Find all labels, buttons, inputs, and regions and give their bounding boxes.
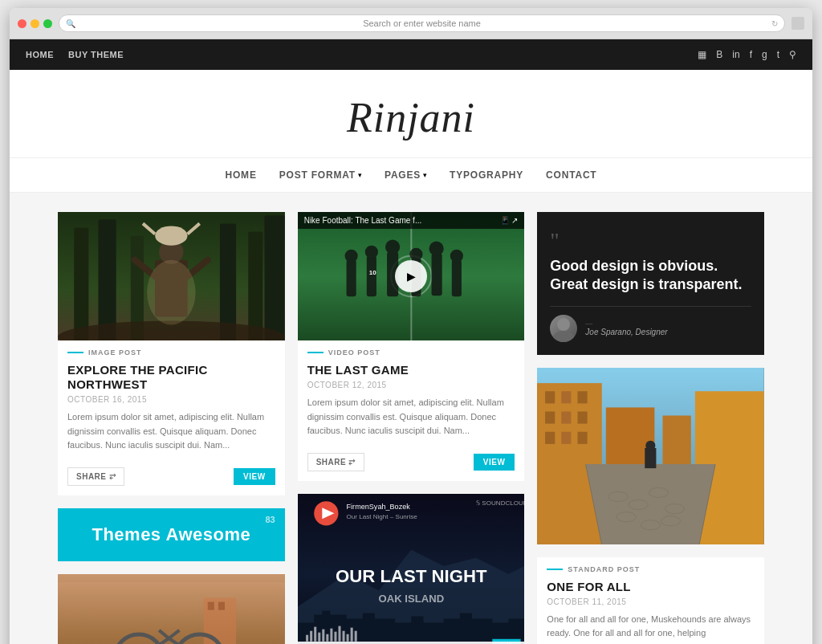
video-post-actions: SHARE ⥂ VIEW (298, 446, 525, 481)
svg-point-64 (557, 318, 570, 331)
svg-rect-53 (350, 627, 352, 641)
browser-chrome: 🔍 Search or enter website name ↻ (10, 8, 812, 39)
svg-rect-75 (545, 431, 555, 443)
one-for-all-date: OCTOBER 11, 2015 (537, 596, 764, 613)
twitter-icon[interactable]: t (777, 49, 779, 60)
video-post-excerpt: Lorem ipsum dolor sit amet, adipiscing e… (298, 396, 525, 446)
post-type: IMAGE POST (58, 340, 285, 360)
minimize-button[interactable] (31, 19, 39, 28)
svg-point-88 (646, 441, 656, 450)
svg-rect-49 (334, 631, 336, 641)
behance-icon[interactable]: B (716, 49, 722, 60)
svg-rect-44 (314, 626, 316, 641)
svg-rect-73 (562, 411, 572, 423)
svg-point-10 (155, 226, 187, 245)
svg-rect-50 (338, 626, 340, 641)
search-icon: 🔍 (66, 19, 75, 28)
video-view-button[interactable]: VIEW (474, 454, 515, 471)
svg-rect-74 (578, 411, 588, 423)
svg-rect-69 (545, 391, 555, 403)
svg-rect-77 (578, 431, 588, 443)
svg-rect-51 (342, 630, 344, 641)
column-2: 10 Nike Football: The Last Game f... 📱 ↗… (298, 212, 525, 644)
instagram-icon[interactable]: ▦ (698, 49, 706, 60)
top-navigation: HOME BUY THEME ▦ B in f g t ⚲ (10, 39, 812, 70)
author-info: — Joe Sparano, Designer (585, 320, 667, 336)
image-post-card: IMAGE POST EXPLORE THE PACIFIC NORTHWEST… (58, 212, 285, 495)
post-title: EXPLORE THE PACIFIC NORTHWEST (58, 360, 285, 393)
quote-card: " Good design is obvious. Great design i… (537, 212, 764, 355)
audio-thumbnail: OUR LAST NIGHT OAK ISLAND FirmenSyah_Boz… (298, 494, 525, 644)
posts-columns: IMAGE POST EXPLORE THE PACIFIC NORTHWEST… (58, 212, 764, 644)
author-avatar (550, 315, 577, 342)
maximize-button[interactable] (43, 19, 52, 28)
svg-rect-6 (264, 215, 284, 340)
standard-post-type-2: STANDARD POST (537, 557, 764, 577)
svg-point-11 (147, 260, 196, 325)
linkedin-icon[interactable]: in (732, 49, 739, 60)
play-button[interactable]: ▶ (395, 260, 427, 292)
top-nav-links: HOME BUY THEME (26, 50, 124, 59)
nav-home-link[interactable]: HOME (26, 50, 54, 59)
social-links: ▦ B in f g t ⚲ (698, 49, 796, 60)
content-area: IMAGE POST EXPLORE THE PACIFIC NORTHWEST… (10, 193, 812, 644)
address-bar[interactable]: 🔍 Search or enter website name ↻ (59, 14, 785, 32)
traffic-lights (18, 19, 52, 28)
address-text: Search or enter website name (363, 18, 481, 28)
svg-text:OUR LAST NIGHT: OUR LAST NIGHT (336, 566, 487, 586)
svg-rect-47 (326, 634, 328, 641)
svg-rect-71 (578, 391, 588, 403)
standard-post-card: STANDARD POST STANDARD POST WITH IMAGE J… (58, 574, 285, 644)
svg-rect-52 (346, 634, 348, 641)
column-1: IMAGE POST EXPLORE THE PACIFIC NORTHWEST… (58, 212, 285, 644)
street-photo-card (537, 368, 764, 544)
site-logo[interactable]: Rinjani (26, 94, 796, 141)
promo-text: Themes Awesome (74, 524, 269, 545)
video-post-title: THE LAST GAME (298, 360, 525, 379)
svg-text:Our Last Night – Sunrise: Our Last Night – Sunrise (346, 513, 417, 520)
main-nav-contact[interactable]: CONTACT (546, 169, 596, 181)
main-nav-typography[interactable]: TYPOGRAPHY (450, 169, 523, 181)
main-nav-home[interactable]: HOME (226, 169, 257, 181)
svg-text:OAK ISLAND: OAK ISLAND (378, 593, 444, 605)
view-button[interactable]: VIEW (234, 468, 275, 485)
post-actions: SHARE ⥂ VIEW (58, 461, 285, 495)
svg-rect-45 (318, 632, 320, 641)
post-image (58, 212, 285, 340)
svg-rect-20 (218, 601, 225, 609)
main-nav-post-format[interactable]: POST FORMAT ▾ (279, 169, 362, 181)
svg-rect-2 (98, 219, 116, 340)
main-navigation: HOME POST FORMAT ▾ PAGES ▾ TYPOGRAPHY CO… (10, 158, 812, 193)
svg-text:𝕊 SOUNDCLOUD: 𝕊 SOUNDCLOUD (476, 499, 525, 507)
site-header: Rinjani (10, 70, 812, 158)
one-for-all-title: ONE FOR ALL (537, 577, 764, 596)
main-nav-pages[interactable]: PAGES ▾ (385, 169, 427, 181)
close-button[interactable] (18, 19, 26, 28)
post-date: OCTOBER 16, 2015 (58, 393, 285, 410)
nav-buy-theme-link[interactable]: BUY THEME (68, 50, 124, 59)
reload-icon: ↻ (771, 19, 778, 28)
svg-rect-67 (537, 383, 602, 544)
promo-card[interactable]: 83 Themes Awesome (58, 508, 285, 561)
svg-rect-19 (208, 601, 214, 609)
google-plus-icon[interactable]: g (762, 49, 767, 60)
svg-rect-54 (354, 630, 356, 641)
svg-text:FirmenSyah_Bozek: FirmenSyah_Bozek (346, 503, 410, 511)
one-for-all-excerpt: One for all and all for one, Muskehounds… (537, 613, 764, 644)
post-excerpt: Lorem ipsum dolor sit amet, adipiscing e… (58, 410, 285, 461)
one-for-all-card: STANDARD POST ONE FOR ALL OCTOBER 11, 20… (537, 557, 764, 644)
promo-number: 83 (265, 515, 275, 524)
facebook-icon[interactable]: f (750, 49, 752, 60)
chevron-down-icon: ▾ (358, 171, 362, 179)
browser-sidebar-toggle[interactable] (791, 17, 804, 30)
share-button[interactable]: SHARE ⥂ (67, 467, 124, 486)
video-post-date: OCTOBER 12, 2015 (298, 379, 525, 396)
street-image (537, 368, 764, 544)
search-icon[interactable]: ⚲ (789, 49, 796, 60)
svg-rect-48 (330, 628, 332, 641)
website-content: HOME BUY THEME ▦ B in f g t ⚲ Rinjani HO… (10, 39, 812, 644)
svg-point-65 (552, 331, 575, 342)
svg-rect-46 (322, 629, 324, 641)
video-share-button[interactable]: SHARE ⥂ (307, 453, 364, 471)
svg-rect-43 (310, 630, 312, 641)
